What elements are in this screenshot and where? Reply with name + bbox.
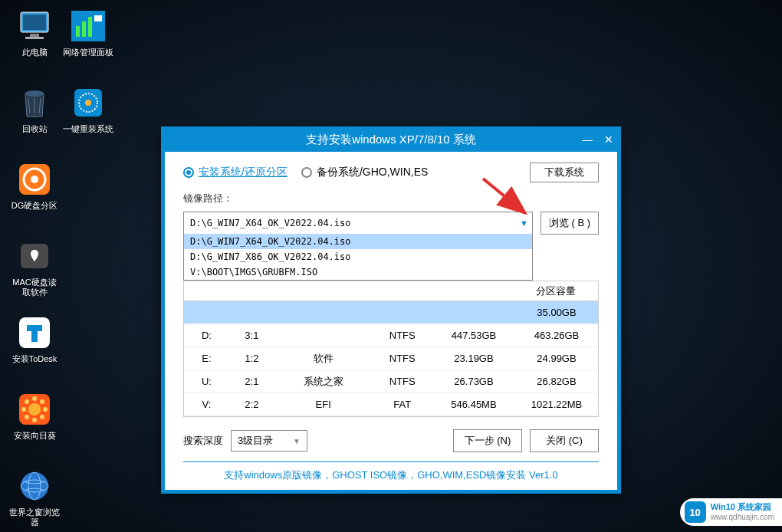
browse-button[interactable]: 浏览 ( B ) — [540, 212, 599, 235]
watermark-url: www.qdhuajin.com — [711, 513, 774, 522]
table-row[interactable]: V: 2:2 EFI FAT 546.45MB 1021.22MB — [184, 393, 598, 416]
icon-label: 网络管理面板 — [63, 48, 113, 57]
svg-rect-8 — [94, 15, 102, 21]
icon-label: DG硬盘分区 — [12, 201, 58, 211]
svg-point-26 — [25, 415, 29, 419]
radio-icon — [301, 167, 312, 178]
image-path-input[interactable] — [183, 212, 533, 235]
radio-label: 备份系统/GHO,WIN,ES — [317, 166, 428, 179]
search-depth-label: 搜索深度 — [183, 434, 223, 448]
titlebar[interactable]: 支持安装windows XP/7/8/10 系统 — ✕ — [162, 127, 620, 152]
desktop-icons-grid: 此电脑 网络管理面板 回收站 一键重装系统 DG硬盘分区 MAC硬盘读取软件 安… — [8, 8, 115, 532]
watermark-logo-icon: 10 — [685, 501, 706, 523]
icon-label: 世界之窗浏览器 — [8, 507, 61, 527]
install-todesk-icon[interactable]: 安装ToDesk — [8, 314, 61, 391]
theworld-browser-icon[interactable]: 世界之窗浏览器 — [8, 468, 61, 532]
window-title: 支持安装windows XP/7/8/10 系统 — [306, 133, 476, 147]
chevron-down-icon[interactable]: ▼ — [520, 218, 528, 228]
table-row[interactable]: D: 3:1 NTFS 447.53GB 463.26GB — [184, 324, 598, 347]
svg-rect-3 — [25, 37, 44, 39]
icon-label: 一键重装系统 — [63, 124, 113, 134]
mac-disk-reader-icon[interactable]: MAC硬盘读取软件 — [8, 238, 61, 314]
svg-point-20 — [32, 396, 37, 401]
svg-point-25 — [40, 399, 44, 404]
svg-rect-1 — [23, 15, 46, 30]
svg-point-21 — [32, 418, 37, 422]
network-panel-icon[interactable]: 网络管理面板 — [61, 8, 115, 84]
watermark: 10 Win10 系统家园 www.qdhuajin.com — [680, 498, 782, 526]
table-row[interactable]: E: 1:2 软件 NTFS 23.19GB 24.99GB — [184, 347, 598, 370]
svg-point-9 — [25, 90, 44, 97]
icon-label: MAC硬盘读取软件 — [8, 277, 61, 297]
icon-label: 安装ToDesk — [12, 354, 58, 364]
this-pc-icon[interactable]: 此电脑 — [8, 8, 61, 84]
radio-install-restore[interactable]: 安装系统/还原分区 — [183, 166, 288, 179]
svg-point-22 — [21, 407, 26, 412]
svg-rect-5 — [76, 26, 80, 37]
radio-label: 安装系统/还原分区 — [199, 166, 288, 179]
svg-point-15 — [31, 176, 38, 183]
image-path-label: 镜像路径： — [183, 192, 599, 205]
watermark-title: Win10 系统家园 — [711, 502, 774, 512]
radio-backup[interactable]: 备份系统/GHO,WIN,ES — [301, 166, 428, 179]
svg-rect-7 — [88, 17, 92, 37]
footer-text: 支持windows原版镜像，GHOST ISO镜像，GHO,WIM,ESD镜像安… — [183, 461, 599, 482]
next-button[interactable]: 下一步 (N) — [453, 429, 522, 452]
svg-point-28 — [21, 472, 48, 500]
table-row[interactable]: U: 2:1 系统之家 NTFS 26.73GB 26.82GB — [184, 370, 598, 393]
svg-point-19 — [28, 403, 41, 415]
icon-label: 回收站 — [22, 124, 48, 134]
reinstall-system-icon[interactable]: 一键重装系统 — [61, 84, 115, 161]
column-header-capacity: 分区容量 — [514, 284, 598, 298]
svg-point-12 — [85, 100, 91, 106]
chevron-down-icon: ▼ — [293, 437, 301, 445]
partition-table: 分区容量 35.00GB D: 3:1 NTFS 447.53GB 463.26… — [183, 281, 599, 417]
install-sunflower-icon[interactable]: 安装向日葵 — [8, 391, 61, 468]
svg-rect-6 — [82, 21, 86, 37]
dropdown-option[interactable]: D:\G_WIN7_X64_OK_V2022.04.iso — [184, 234, 532, 249]
dropdown-option[interactable]: D:\G_WIN7_X86_OK_V2022.04.iso — [184, 249, 532, 264]
svg-point-27 — [40, 415, 44, 419]
icon-label: 此电脑 — [22, 48, 48, 57]
path-dropdown-list: D:\G_WIN7_X64_OK_V2022.04.iso D:\G_WIN7_… — [183, 234, 533, 281]
close-button[interactable]: 关闭 (C) — [530, 429, 599, 452]
download-system-button[interactable]: 下载系统 — [530, 163, 599, 182]
table-row[interactable]: 35.00GB — [184, 301, 598, 324]
search-depth-select[interactable]: 3级目录 ▼ — [231, 430, 307, 452]
icon-label: 安装向日葵 — [14, 431, 56, 441]
installer-window: 支持安装windows XP/7/8/10 系统 — ✕ 安装系统/还原分区 备… — [161, 126, 621, 494]
dropdown-option[interactable]: V:\BOOT\IMGS\GRUBFM.ISO — [184, 264, 532, 280]
recycle-bin-icon[interactable]: 回收站 — [8, 84, 61, 161]
close-button[interactable]: ✕ — [602, 133, 616, 146]
svg-rect-2 — [30, 34, 39, 37]
svg-point-23 — [43, 407, 48, 412]
dg-partition-icon[interactable]: DG硬盘分区 — [8, 161, 61, 238]
minimize-button[interactable]: — — [580, 133, 594, 146]
svg-point-24 — [25, 399, 29, 404]
radio-icon — [183, 167, 194, 178]
